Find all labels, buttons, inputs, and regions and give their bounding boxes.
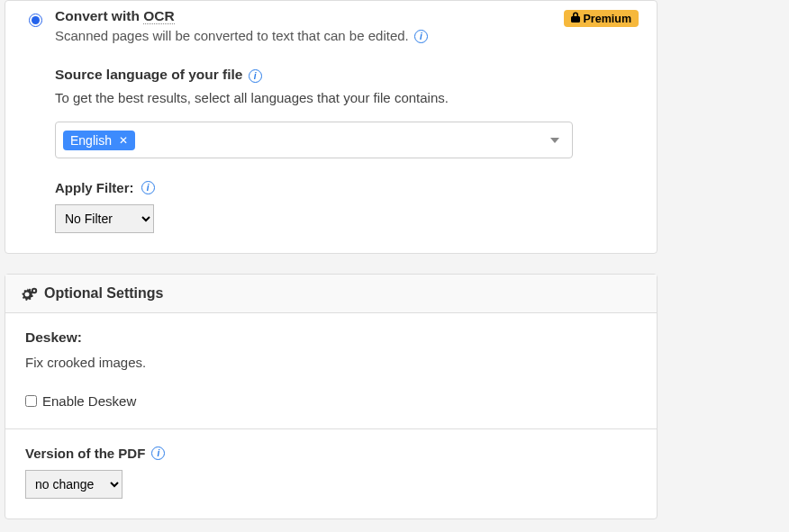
info-icon[interactable]: i	[141, 181, 155, 194]
pdf-version-select[interactable]: no change	[25, 470, 122, 499]
info-icon[interactable]: i	[414, 30, 428, 43]
info-icon[interactable]: i	[249, 69, 262, 83]
lock-icon	[571, 12, 580, 25]
remove-language-icon[interactable]: ✕	[119, 134, 128, 147]
optional-settings-header: Optional Settings	[5, 275, 657, 313]
convert-ocr-radio[interactable]	[29, 14, 42, 27]
source-language-desc: To get the best results, select all lang…	[55, 90, 639, 105]
enable-deskew-row[interactable]: Enable Deskew	[25, 393, 637, 409]
filter-select[interactable]: No Filter	[55, 204, 154, 233]
optional-settings-title: Optional Settings	[44, 285, 163, 302]
pdf-version-label: Version of the PDF i	[25, 446, 165, 461]
enable-deskew-checkbox[interactable]	[25, 395, 37, 407]
language-select[interactable]: English ✕	[55, 122, 573, 158]
gears-icon	[22, 287, 37, 301]
chevron-down-icon	[550, 138, 559, 143]
ocr-option-desc: Scanned pages will be converted to text …	[55, 28, 639, 44]
ocr-option-title: Convert with OCR	[55, 6, 639, 26]
source-language-title: Source language of your file i	[55, 67, 639, 83]
premium-label: Premium	[584, 13, 632, 25]
svg-point-1	[33, 290, 35, 292]
premium-badge: Premium	[564, 10, 639, 27]
apply-filter-label: Apply Filter:	[55, 180, 134, 195]
enable-deskew-label: Enable Deskew	[42, 393, 136, 409]
language-tag: English ✕	[63, 131, 135, 150]
info-icon[interactable]: i	[151, 446, 165, 460]
deskew-desc: Fix crooked images.	[25, 355, 637, 370]
deskew-label: Deskew:	[25, 329, 637, 346]
language-tag-label: English	[70, 133, 112, 148]
